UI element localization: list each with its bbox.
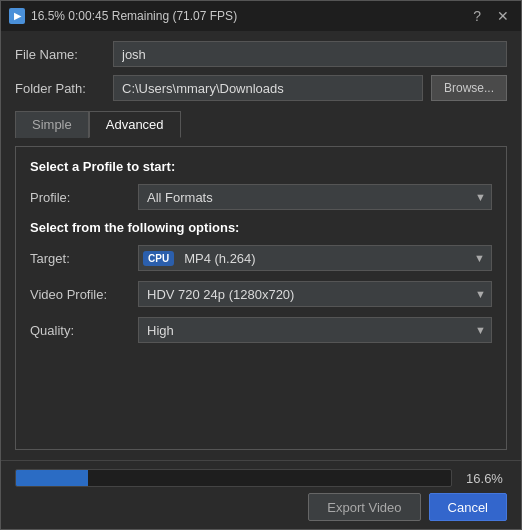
progress-text: 16.6% bbox=[462, 471, 507, 486]
folder-path-input[interactable] bbox=[113, 75, 423, 101]
video-profile-label: Video Profile: bbox=[30, 287, 130, 302]
tab-panel-content: Select a Profile to start: Profile: All … bbox=[15, 146, 507, 450]
tab-bar: Simple Advanced bbox=[15, 111, 507, 138]
file-name-label: File Name: bbox=[15, 47, 105, 62]
title-bar: ▶ 16.5% 0:00:45 Remaining (71.07 FPS) ? … bbox=[1, 1, 521, 31]
folder-path-label: Folder Path: bbox=[15, 81, 105, 96]
profile-section-title: Select a Profile to start: bbox=[30, 159, 492, 174]
profile-row: Profile: All Formats ▼ bbox=[30, 184, 492, 210]
tab-simple[interactable]: Simple bbox=[15, 111, 89, 138]
quality-select-wrapper: High ▼ bbox=[138, 317, 492, 343]
cancel-button[interactable]: Cancel bbox=[429, 493, 507, 521]
action-buttons: Export Video Cancel bbox=[15, 493, 507, 521]
target-row: Target: CPU MP4 (h.264) ▼ bbox=[30, 245, 492, 271]
quality-row: Quality: High ▼ bbox=[30, 317, 492, 343]
cpu-badge: CPU bbox=[143, 251, 174, 266]
help-button[interactable]: ? bbox=[469, 6, 485, 26]
title-bar-controls: ? ✕ bbox=[469, 6, 513, 26]
progress-row: 16.6% bbox=[15, 469, 507, 487]
tab-advanced[interactable]: Advanced bbox=[89, 111, 181, 138]
file-name-row: File Name: bbox=[15, 41, 507, 67]
options-section-title: Select from the following options: bbox=[30, 220, 492, 235]
content-area: File Name: Folder Path: Browse... Simple… bbox=[1, 31, 521, 460]
target-select[interactable]: MP4 (h.264) bbox=[180, 251, 487, 266]
profile-select-wrapper: All Formats ▼ bbox=[138, 184, 492, 210]
profile-select[interactable]: All Formats bbox=[138, 184, 492, 210]
title-text: 16.5% 0:00:45 Remaining (71.07 FPS) bbox=[31, 9, 237, 23]
video-profile-row: Video Profile: HDV 720 24p (1280x720) ▼ bbox=[30, 281, 492, 307]
target-select-container: CPU MP4 (h.264) ▼ bbox=[138, 245, 492, 271]
export-video-button[interactable]: Export Video bbox=[308, 493, 420, 521]
target-label: Target: bbox=[30, 251, 130, 266]
folder-path-row: Folder Path: Browse... bbox=[15, 75, 507, 101]
profile-label: Profile: bbox=[30, 190, 130, 205]
video-profile-select[interactable]: HDV 720 24p (1280x720) bbox=[138, 281, 492, 307]
close-button[interactable]: ✕ bbox=[493, 6, 513, 26]
title-bar-left: ▶ 16.5% 0:00:45 Remaining (71.07 FPS) bbox=[9, 8, 237, 24]
app-icon: ▶ bbox=[9, 8, 25, 24]
progress-bar-fill bbox=[16, 470, 88, 486]
video-profile-select-wrapper: HDV 720 24p (1280x720) ▼ bbox=[138, 281, 492, 307]
quality-select[interactable]: High bbox=[138, 317, 492, 343]
bottom-bar: 16.6% Export Video Cancel bbox=[1, 460, 521, 529]
quality-label: Quality: bbox=[30, 323, 130, 338]
browse-button[interactable]: Browse... bbox=[431, 75, 507, 101]
file-name-input[interactable] bbox=[113, 41, 507, 67]
progress-bar-container bbox=[15, 469, 452, 487]
dialog-window: ▶ 16.5% 0:00:45 Remaining (71.07 FPS) ? … bbox=[0, 0, 522, 530]
